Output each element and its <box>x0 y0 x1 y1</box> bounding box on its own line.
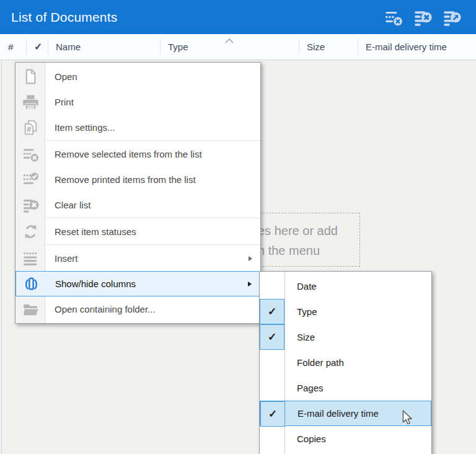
context-menu: OpenPrint#Item settings...Remove selecte… <box>15 62 261 324</box>
open-list-icon[interactable] <box>443 8 461 27</box>
dropzone-text-line: es here or add <box>258 224 338 238</box>
check-icon: ✓ <box>34 41 42 53</box>
document-number-icon: # <box>15 115 45 140</box>
clear-list-icon[interactable] <box>413 8 432 27</box>
submenu-item-label: E-mail delivery time <box>298 408 379 419</box>
submenu-item-label: Date <box>297 281 317 292</box>
unchecked-checkbox <box>260 426 284 452</box>
column-header-check[interactable]: ✓ <box>26 34 48 60</box>
checked-checkbox: ✓ <box>260 401 285 427</box>
menu-item-label: Item settings... <box>55 122 115 133</box>
list-insert-icon <box>15 246 45 271</box>
check-icon: ✓ <box>268 407 277 421</box>
menu-item-label: Remove printed items from the list <box>55 174 196 185</box>
submenu-arrow-icon <box>249 256 252 261</box>
show-hide-columns-submenu: Date✓Type✓SizeFolder pathPages✓E-mail de… <box>259 271 432 454</box>
column-header-name[interactable]: Name <box>48 34 160 60</box>
submenu-item-type[interactable]: ✓Type <box>260 299 431 324</box>
list-header: #✓NameTypeSizeE-mail delivery time <box>0 34 476 60</box>
menu-item-label: Print <box>55 97 74 107</box>
menu-item-clear-list[interactable]: Clear list <box>15 192 260 218</box>
submenu-item-folder-path[interactable]: Folder path <box>260 350 431 375</box>
column-divider <box>48 38 48 55</box>
menu-item-label: Reset item statuses <box>55 226 136 237</box>
column-divider <box>160 38 161 55</box>
document-icon <box>15 64 45 89</box>
list-dotted-check-icon <box>15 167 45 192</box>
remove-selected-items-icon[interactable] <box>384 8 403 27</box>
menu-item-remove-selected-items-from-the-list[interactable]: Remove selected items from the list <box>15 141 260 167</box>
submenu-item-label: Size <box>297 332 315 342</box>
folder-icon <box>15 296 45 322</box>
menu-item-show-hide-columns[interactable]: Show/hide columns <box>15 271 260 296</box>
columns-icon <box>16 272 46 297</box>
menu-item-label: Remove selected items from the list <box>55 149 202 159</box>
submenu-item-size[interactable]: ✓Size <box>260 324 431 350</box>
checked-checkbox: ✓ <box>260 324 284 350</box>
svg-text:#: # <box>26 125 32 134</box>
cursor-pointer <box>400 409 416 425</box>
unchecked-checkbox <box>260 375 284 401</box>
menu-item-open[interactable]: Open <box>15 64 260 89</box>
menu-item-reset-item-statuses[interactable]: Reset item statuses <box>15 219 260 244</box>
menu-item-remove-printed-items-from-the-list[interactable]: Remove printed items from the list <box>15 167 260 192</box>
column-header-e-mail-delivery-time[interactable]: E-mail delivery time <box>358 34 476 60</box>
list-x-icon <box>15 192 45 218</box>
column-divider <box>299 38 299 55</box>
unchecked-checkbox <box>260 274 284 299</box>
column-header-label: # <box>8 42 13 52</box>
menu-item-label: Open <box>55 71 77 82</box>
menu-item-label: Clear list <box>55 200 90 210</box>
titlebar: List of Documents <box>0 0 476 34</box>
list-dotted-x-icon <box>15 141 45 167</box>
submenu-item-pages[interactable]: Pages <box>260 375 431 401</box>
dropzone-text-line: n the menu <box>258 244 320 258</box>
menu-item-open-containing-folder[interactable]: Open containing folder... <box>15 296 260 322</box>
submenu-item-label: Copies <box>297 434 326 444</box>
submenu-item-copies[interactable]: Copies <box>260 426 431 452</box>
column-divider <box>26 38 27 55</box>
submenu-item-date[interactable]: Date <box>260 274 431 299</box>
column-header-number[interactable]: # <box>0 34 26 60</box>
window-title: List of Documents <box>0 10 117 25</box>
menu-item-label: Show/hide columns <box>55 278 136 289</box>
menu-item-item-settings[interactable]: #Item settings... <box>15 115 260 140</box>
check-icon: ✓ <box>268 305 276 318</box>
unchecked-checkbox <box>260 350 284 375</box>
checked-checkbox: ✓ <box>260 299 284 324</box>
submenu-item-label: Folder path <box>297 357 344 368</box>
window-left-edge <box>1 60 2 454</box>
refresh-icon <box>15 219 45 244</box>
column-header-label: Size <box>307 42 325 52</box>
submenu-arrow-icon <box>248 282 252 287</box>
menu-item-print[interactable]: Print <box>15 89 260 115</box>
column-header-label: Type <box>168 42 188 52</box>
submenu-item-label: Type <box>297 306 317 317</box>
submenu-item-label: Pages <box>297 383 324 393</box>
menu-item-insert[interactable]: Insert <box>15 246 260 271</box>
menu-item-label: Insert <box>55 253 78 264</box>
check-icon: ✓ <box>268 331 276 344</box>
titlebar-toolbar <box>384 0 461 34</box>
menu-item-label: Open containing folder... <box>55 304 156 314</box>
column-header-size[interactable]: Size <box>299 34 358 60</box>
column-divider <box>358 38 358 55</box>
column-header-label: E-mail delivery time <box>366 42 447 52</box>
printer-icon <box>15 89 45 115</box>
sort-ascending-caret <box>224 35 234 42</box>
column-header-label: Name <box>56 42 81 52</box>
